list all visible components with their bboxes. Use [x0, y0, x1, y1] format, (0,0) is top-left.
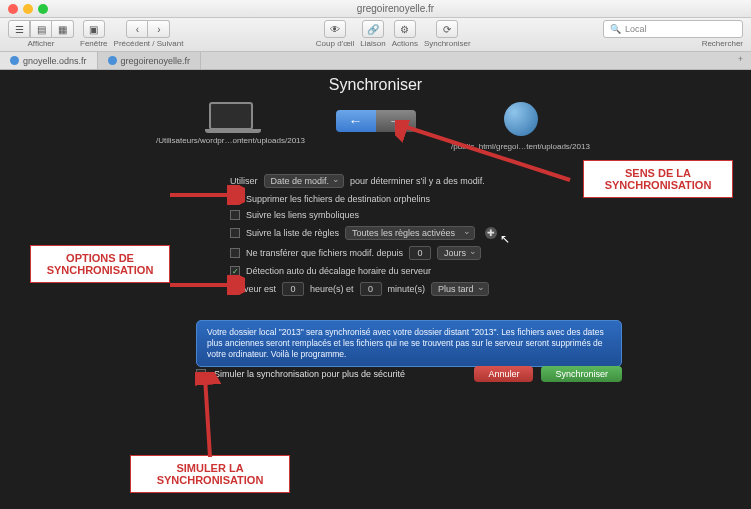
toolbar-label-sync: Synchroniser — [424, 39, 471, 48]
sync-panel: Synchroniser ← → /Utilisateurs/wordpr…on… — [0, 70, 751, 509]
label-minutes: minute(s) — [388, 284, 426, 294]
callout-sens: SENS DE LA SYNCHRONISATION — [583, 160, 733, 198]
window-button[interactable]: ▣ — [83, 20, 105, 38]
label-hours: heure(s) et — [310, 284, 354, 294]
label-delete-orphans: Supprimer les fichiers de destination or… — [246, 194, 430, 204]
label-symlinks: Suivre les liens symboliques — [246, 210, 359, 220]
forward-button[interactable]: › — [148, 20, 170, 38]
titlebar: gregoirenoyelle.fr — [0, 0, 751, 18]
check-delete-orphans[interactable] — [230, 194, 240, 204]
toolbar-label-afficher: Afficher — [28, 39, 55, 48]
add-rule-button[interactable]: ✚ — [485, 227, 497, 239]
window-title: gregoirenoyelle.fr — [48, 3, 743, 14]
label-rules: Suivre la liste de règles — [246, 228, 339, 238]
toolbar-label-nav: Précédent / Suivant — [114, 39, 184, 48]
label-server-offset: Serveur est — [230, 284, 276, 294]
view-list-button[interactable]: ☰ — [8, 20, 30, 38]
callout-options: OPTIONS DE SYNCHRONISATION — [30, 245, 170, 283]
check-auto-offset[interactable] — [230, 266, 240, 276]
check-modified-since[interactable] — [230, 248, 240, 258]
search-input[interactable]: 🔍 Local — [603, 20, 743, 38]
toolbar-label-actions: Actions — [392, 39, 418, 48]
laptop-icon — [209, 102, 253, 130]
input-minutes[interactable]: 0 — [360, 282, 382, 296]
search-scope: Local — [625, 24, 647, 34]
toolbar-label-fenetre: Fenêtre — [80, 39, 108, 48]
view-thumb-button[interactable]: ▦ — [52, 20, 74, 38]
label-modified-since: Ne transférer que fichiers modif. depuis — [246, 248, 403, 258]
link-button[interactable]: 🔗 — [362, 20, 384, 38]
actions-button[interactable]: ⚙ — [394, 20, 416, 38]
input-hours[interactable]: 0 — [282, 282, 304, 296]
sync-button[interactable]: ⟳ — [436, 20, 458, 38]
tab-bar: gnoyelle.odns.fr gregoirenoyelle.fr + — [0, 52, 751, 70]
select-since-unit[interactable]: Jours — [437, 246, 481, 260]
tab-label: gregoirenoyelle.fr — [121, 56, 191, 66]
label-utiliser-suffix: pour déterminer s'il y a des modif. — [350, 176, 485, 186]
check-simulate[interactable] — [196, 369, 206, 379]
sync-options: Utiliser Date de modif. pour déterminer … — [230, 174, 560, 302]
tab-gnoyelle[interactable]: gnoyelle.odns.fr — [0, 52, 98, 69]
new-tab-button[interactable]: + — [730, 52, 751, 69]
globe-icon — [504, 102, 538, 136]
check-rules[interactable] — [230, 228, 240, 238]
svg-line-3 — [205, 377, 210, 457]
synchronize-button[interactable]: Synchroniser — [541, 366, 622, 382]
local-path: /Utilisateurs/wordpr…ontent/uploads/2013 — [131, 136, 331, 145]
select-compare-by[interactable]: Date de modif. — [264, 174, 345, 188]
quicklook-button[interactable]: 👁 — [324, 20, 346, 38]
tab-label: gnoyelle.odns.fr — [23, 56, 87, 66]
globe-icon — [10, 56, 19, 65]
input-since-value[interactable]: 0 — [409, 246, 431, 260]
check-follow-symlinks[interactable] — [230, 210, 240, 220]
cursor-icon: ↖ — [500, 232, 510, 246]
callout-simuler: SIMULER LA SYNCHRONISATION — [130, 455, 290, 493]
remote-path: /public_html/gregoi…tent/uploads/2013 — [421, 142, 621, 151]
cancel-button[interactable]: Annuler — [474, 366, 533, 382]
tab-gregoirenoyelle[interactable]: gregoirenoyelle.fr — [98, 52, 202, 69]
select-offset-dir[interactable]: Plus tard — [431, 282, 489, 296]
label-auto-offset: Détection auto du décalage horaire du se… — [246, 266, 431, 276]
view-columns-button[interactable]: ▤ — [30, 20, 52, 38]
toolbar-label-liaison: Liaison — [360, 39, 385, 48]
traffic-lights — [8, 4, 48, 14]
panel-title: Synchroniser — [329, 76, 422, 94]
select-rules[interactable]: Toutes les règles activées — [345, 226, 475, 240]
minimize-window-button[interactable] — [23, 4, 33, 14]
globe-icon — [108, 56, 117, 65]
label-simulate: Simuler la synchronisation pour plus de … — [214, 369, 405, 379]
toolbar: ☰ ▤ ▦ Afficher ▣ Fenêtre ‹ › Précédent /… — [0, 18, 751, 52]
search-icon: 🔍 — [610, 24, 621, 34]
sync-summary: Votre dossier local "2013" sera synchron… — [196, 320, 622, 367]
label-utiliser: Utiliser — [230, 176, 258, 186]
toolbar-label-search: Rechercher — [702, 39, 743, 48]
close-window-button[interactable] — [8, 4, 18, 14]
back-button[interactable]: ‹ — [126, 20, 148, 38]
toolbar-label-coup: Coup d'œil — [316, 39, 354, 48]
zoom-window-button[interactable] — [38, 4, 48, 14]
